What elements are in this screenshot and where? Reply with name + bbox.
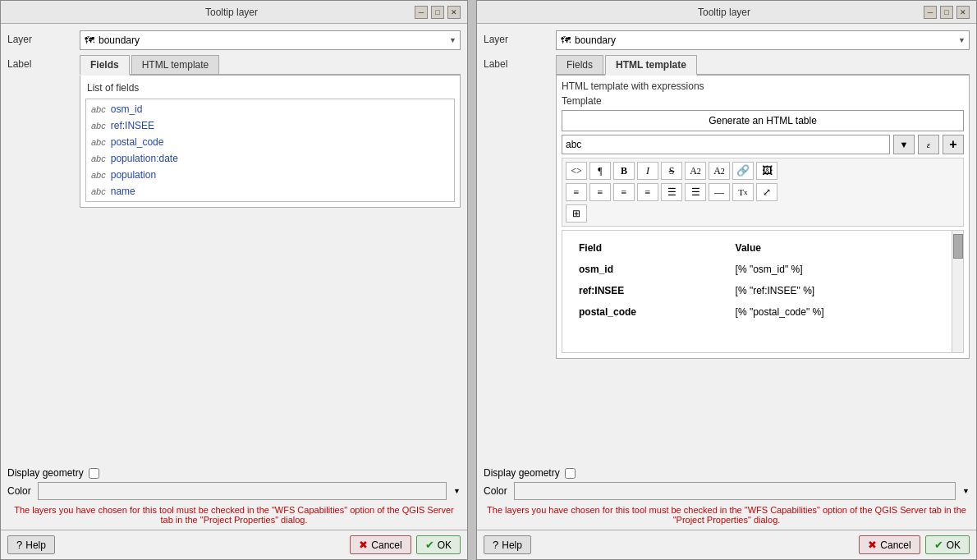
right-editor-inner[interactable]: Field Value osm_id [% "osm_id" %] ref:IN…	[562, 231, 952, 352]
left-cancel-label: Cancel	[371, 539, 401, 551]
right-layer-label: Layer	[484, 30, 549, 45]
right-add-expr-btn[interactable]: +	[943, 135, 964, 154]
right-tb-align-center-btn[interactable]: ≡	[589, 183, 611, 201]
left-field-type-2: abc	[91, 137, 106, 147]
left-fields-list: abc osm_id abc ref:INSEE abc postal_code	[85, 99, 455, 202]
left-field-name-1: ref:INSEE	[111, 120, 154, 131]
left-dialog-title: Tooltip layer	[48, 7, 415, 18]
left-display-geometry-checkbox[interactable]	[89, 468, 99, 479]
right-tb-strike-btn[interactable]: S	[661, 162, 682, 180]
left-field-item-2[interactable]: abc postal_code	[88, 134, 452, 150]
right-generate-button[interactable]: Generate an HTML table	[562, 110, 964, 131]
right-cancel-icon: ✖	[868, 539, 877, 551]
right-tb-ol-btn[interactable]: ☰	[685, 183, 706, 201]
left-field-item-1[interactable]: abc ref:INSEE	[88, 117, 452, 134]
left-tab-html[interactable]: HTML template	[131, 55, 220, 74]
right-layer-row: Layer 🗺 boundary ▼	[484, 30, 970, 50]
right-dialog-footer: ? Help ✖ Cancel ✔ OK	[477, 530, 976, 559]
right-tb-table-btn[interactable]: ⊞	[566, 204, 587, 223]
right-tb-fullscreen-btn[interactable]: ⤢	[756, 183, 777, 201]
left-dialog-body: Layer 🗺 boundary ▼ Label Fields HTML tem…	[1, 24, 467, 464]
right-cancel-label: Cancel	[880, 539, 910, 551]
right-layer-value: boundary	[575, 34, 616, 46]
left-ok-label: OK	[438, 539, 452, 551]
panel-divider	[468, 0, 476, 560]
left-minimize-btn[interactable]: ─	[415, 6, 428, 19]
right-expression-input[interactable]	[562, 135, 890, 154]
left-layer-select-wrapper: 🗺 boundary ▼	[80, 30, 461, 50]
left-color-row: Color ▼	[7, 482, 461, 500]
right-tb-align-left-btn[interactable]: ≡	[566, 183, 587, 201]
right-html-template-header: HTML template with expressions	[562, 80, 964, 92]
right-tab-fields[interactable]: Fields	[556, 55, 603, 74]
right-tb-ul-btn[interactable]: ☰	[661, 183, 682, 201]
right-display-geometry-label: Display geometry	[484, 467, 560, 479]
right-ok-button[interactable]: ✔ OK	[925, 535, 970, 554]
right-help-button[interactable]: ? Help	[484, 535, 531, 554]
left-color-dropdown[interactable]: ▼	[453, 487, 461, 495]
right-tb-hr-btn[interactable]: —	[709, 183, 730, 201]
right-tb-italic-btn[interactable]: I	[637, 162, 658, 180]
right-scroll-thumb[interactable]	[953, 234, 963, 259]
left-display-geometry-row: Display geometry	[7, 467, 461, 479]
right-color-label: Color	[484, 485, 507, 497]
right-maximize-btn[interactable]: □	[940, 6, 953, 19]
right-tb-justify-btn[interactable]: ≡	[637, 183, 658, 201]
right-cancel-button[interactable]: ✖ Cancel	[859, 535, 920, 554]
left-field-type-4: abc	[91, 170, 106, 180]
left-cancel-button[interactable]: ✖ Cancel	[350, 535, 411, 554]
right-dialog: Tooltip layer ─ □ ✕ Layer 🗺 boundary ▼	[476, 0, 977, 560]
right-table-cell-value-0: [% "osm_id" %]	[726, 259, 945, 280]
left-close-btn[interactable]: ✕	[447, 6, 461, 19]
right-color-dropdown[interactable]: ▼	[962, 487, 970, 495]
right-toolbar-row-3: ⊞	[566, 204, 960, 223]
right-display-geometry-checkbox[interactable]	[565, 468, 576, 479]
left-layer-value: boundary	[99, 34, 140, 46]
right-help-icon: ?	[493, 539, 498, 551]
right-tb-clear-btn[interactable]: Tx	[732, 183, 754, 201]
right-html-table: Field Value osm_id [% "osm_id" %] ref:IN…	[569, 237, 945, 323]
left-color-input[interactable]	[38, 482, 447, 500]
right-tab-html[interactable]: HTML template	[605, 55, 697, 76]
right-close-btn[interactable]: ✕	[956, 6, 970, 19]
right-display-geometry-row: Display geometry	[484, 467, 970, 479]
right-layer-select[interactable]: 🗺 boundary ▼	[556, 30, 970, 50]
right-table-cell-field-1: ref:INSEE	[569, 280, 726, 301]
right-tb-link-btn[interactable]: 🔗	[732, 162, 754, 180]
right-editor-content[interactable]: Field Value osm_id [% "osm_id" %] ref:IN…	[562, 230, 964, 353]
right-tb-image-btn[interactable]: 🖼	[756, 162, 777, 180]
right-tb-align-right-btn[interactable]: ≡	[613, 183, 635, 201]
left-field-item-3[interactable]: abc population:date	[88, 150, 452, 167]
right-table-header-row: Field Value	[569, 237, 945, 259]
right-bottom-section: Display geometry Color ▼ The layers you …	[477, 464, 976, 530]
right-html-template-section: HTML template with expressions Template …	[562, 80, 964, 353]
left-tab-fields[interactable]: Fields	[80, 55, 130, 76]
left-ok-button[interactable]: ✔ OK	[416, 535, 461, 554]
right-ok-label: OK	[947, 539, 961, 551]
right-dialog-body: Layer 🗺 boundary ▼ Label Fields HTML tem…	[477, 24, 976, 464]
left-ok-icon: ✔	[425, 539, 434, 551]
left-field-item-0[interactable]: abc osm_id	[88, 101, 452, 117]
left-maximize-btn[interactable]: □	[431, 6, 444, 19]
right-tb-code-btn[interactable]: <>	[566, 162, 587, 180]
right-tb-bold-btn[interactable]: B	[613, 162, 635, 180]
left-field-item-4[interactable]: abc population	[88, 167, 452, 183]
right-tb-subscript-btn[interactable]: A2	[709, 162, 730, 180]
left-help-button[interactable]: ? Help	[7, 535, 55, 554]
right-expression-dropdown-btn[interactable]: ▼	[893, 135, 915, 154]
right-color-input[interactable]	[514, 482, 956, 500]
left-layer-select[interactable]: 🗺 boundary ▼	[80, 30, 461, 50]
right-tb-para-btn[interactable]: ¶	[589, 162, 611, 180]
left-help-icon: ?	[16, 539, 22, 551]
right-tb-superscript-btn[interactable]: A2	[685, 162, 706, 180]
right-editor-toolbar: <> ¶ B I S A2 A2 🔗 🖼 ≡	[562, 158, 964, 227]
right-editor-scrollbar[interactable]	[952, 231, 963, 352]
left-field-item-5[interactable]: abc name	[88, 183, 452, 200]
right-epsilon-btn[interactable]: ε	[918, 135, 939, 154]
left-cancel-icon: ✖	[359, 539, 368, 551]
left-tab-content: List of fields abc osm_id abc ref:INSEE …	[80, 76, 461, 208]
right-tab-content: HTML template with expressions Template …	[556, 76, 970, 359]
left-layer-icon: 🗺	[84, 34, 95, 46]
right-minimize-btn[interactable]: ─	[924, 6, 937, 19]
right-ok-icon: ✔	[934, 539, 943, 551]
